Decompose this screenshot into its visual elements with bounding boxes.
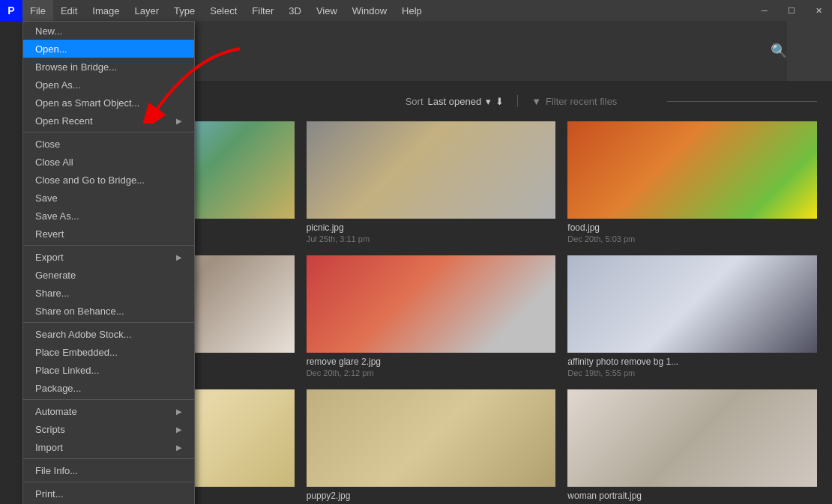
menu-view[interactable]: View (309, 0, 345, 21)
right-panel-toggle (787, 21, 832, 81)
file-dropdown: New... Open... Browse in Bridge... Open … (22, 21, 195, 504)
menu-save[interactable]: Save (23, 189, 194, 207)
app-logo: P (0, 0, 22, 21)
separator-6 (23, 482, 194, 482)
menu-open[interactable]: Open... (23, 40, 194, 58)
import-label: Import (35, 442, 63, 453)
menu-close-and-go-bridge[interactable]: Close and Go to Bridge... (23, 171, 194, 189)
image-name: affinity photo remove bg 1... (567, 356, 817, 367)
restore-button[interactable]: ☐ (778, 0, 805, 21)
image-name: remove glare 2.jpg (307, 356, 556, 367)
export-arrow: ▶ (176, 253, 182, 261)
menu-revert[interactable]: Revert (23, 225, 194, 243)
image-date: Dec 20th, 2:12 pm (307, 368, 556, 377)
image-thumbnail (307, 255, 556, 353)
filter-icon: ▼ (531, 96, 541, 107)
separator-3 (23, 322, 194, 323)
menu-edit[interactable]: Edit (53, 0, 85, 21)
search-icon[interactable]: 🔍 (771, 43, 787, 59)
image-name: puppy2.jpg (307, 491, 556, 501)
image-card[interactable]: food.jpgDec 20th, 5:03 pm (567, 121, 817, 243)
filter-area: ▼ (531, 96, 817, 107)
image-name: picnic.jpg (307, 222, 556, 233)
menu-browse-bridge[interactable]: Browse in Bridge... (23, 58, 194, 76)
image-card[interactable]: puppy2.jpgDec 19th, 3:15 pm (307, 389, 556, 504)
menu-share[interactable]: Share... (23, 284, 194, 302)
image-thumbnail (567, 255, 817, 353)
image-name: woman portrait.jpg (567, 491, 817, 501)
separator-1 (23, 132, 194, 133)
separator-2 (23, 245, 194, 246)
separator-5 (23, 458, 194, 459)
menu-search-stock[interactable]: Search Adobe Stock... (23, 325, 194, 343)
separator-vertical (517, 95, 518, 107)
menu-open-smart-object[interactable]: Open as Smart Object... (23, 94, 194, 112)
scripts-arrow: ▶ (176, 425, 182, 434)
sort-dropdown-icon[interactable]: ▾ (486, 96, 491, 107)
menu-place-embedded[interactable]: Place Embedded... (23, 343, 194, 361)
export-label: Export (35, 252, 64, 263)
open-recent-label: Open Recent (35, 115, 93, 127)
automate-arrow: ▶ (176, 407, 182, 416)
menubar: P File Edit Image Layer Type Select Filt… (0, 0, 832, 21)
menu-open-recent[interactable]: Open Recent ▶ (23, 112, 194, 130)
menu-select[interactable]: Select (202, 0, 244, 21)
image-thumbnail (567, 121, 817, 219)
image-thumbnail (307, 389, 556, 487)
menu-place-linked[interactable]: Place Linked... (23, 361, 194, 379)
automate-label: Automate (35, 406, 77, 417)
close-button[interactable]: ✕ (805, 0, 832, 21)
menu-save-as[interactable]: Save As... (23, 207, 194, 225)
image-thumbnail (307, 121, 556, 219)
minimize-button[interactable]: ─ (751, 0, 778, 21)
image-date: Dec 20th, 5:03 pm (567, 234, 817, 243)
scripts-label: Scripts (35, 424, 65, 435)
menu-layer[interactable]: Layer (127, 0, 167, 21)
menu-print[interactable]: Print... (23, 485, 194, 503)
separator-4 (23, 399, 194, 400)
menu-export[interactable]: Export ▶ (23, 248, 194, 266)
menu-open-as[interactable]: Open As... (23, 76, 194, 94)
menu-scripts[interactable]: Scripts ▶ (23, 420, 194, 438)
menu-help[interactable]: Help (394, 0, 429, 21)
menu-share-behance[interactable]: Share on Behance... (23, 302, 194, 320)
menu-file[interactable]: File (22, 0, 53, 21)
menu-import[interactable]: Import ▶ (23, 438, 194, 456)
filter-underline (667, 101, 817, 102)
menu-type[interactable]: Type (166, 0, 202, 21)
sort-value[interactable]: Last opened (428, 96, 482, 107)
menu-3d[interactable]: 3D (281, 0, 309, 21)
image-card[interactable]: picnic.jpgJul 25th, 3:11 pm (307, 121, 556, 243)
image-card[interactable]: remove glare 2.jpgDec 20th, 2:12 pm (307, 255, 556, 377)
menu-window[interactable]: Window (345, 0, 394, 21)
image-thumbnail (567, 389, 817, 487)
image-date: Dec 19th, 5:55 pm (567, 368, 817, 377)
filter-input[interactable] (546, 96, 658, 107)
menu-image[interactable]: Image (85, 0, 127, 21)
window-controls: ─ ☐ ✕ (751, 0, 832, 21)
menu-file-info[interactable]: File Info... (23, 461, 194, 479)
menu-new[interactable]: New... (23, 22, 194, 40)
menu-close[interactable]: Close (23, 135, 194, 153)
menu-generate[interactable]: Generate (23, 266, 194, 284)
image-date: Jul 25th, 3:11 pm (307, 234, 556, 243)
image-name: food.jpg (567, 222, 817, 233)
menu-package[interactable]: Package... (23, 379, 194, 397)
menu-items: File Edit Image Layer Type Select Filter… (22, 0, 429, 21)
menu-automate[interactable]: Automate ▶ (23, 402, 194, 420)
menu-filter[interactable]: Filter (244, 0, 281, 21)
image-card[interactable]: woman portrait.jpgDec 18th, 6:20 pm (567, 389, 817, 504)
sort-label: Sort (406, 96, 423, 107)
sort-direction-icon[interactable]: ⬇ (495, 96, 504, 107)
sort-area: Sort Last opened ▾ ⬇ (406, 96, 504, 107)
image-card[interactable]: affinity photo remove bg 1...Dec 19th, 5… (567, 255, 817, 377)
menu-close-all[interactable]: Close All (23, 153, 194, 171)
open-recent-arrow: ▶ (176, 117, 182, 125)
import-arrow: ▶ (176, 443, 182, 452)
